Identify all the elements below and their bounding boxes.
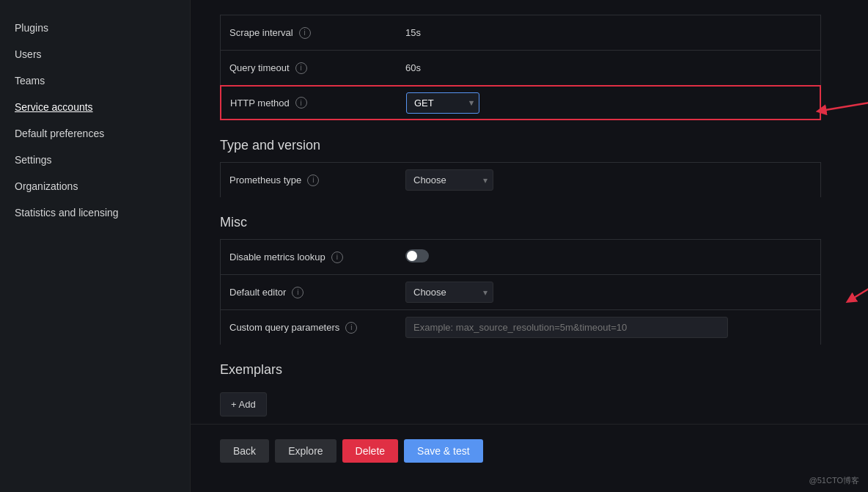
prometheus-type-select-wrapper: Choose — [405, 169, 493, 191]
sidebar-item-default-preferences[interactable]: Default preferences — [0, 120, 190, 147]
http-method-select[interactable]: GET POST — [406, 92, 479, 114]
scrape-interval-value: 15s — [397, 27, 820, 38]
default-editor-info-icon[interactable]: i — [292, 287, 304, 298]
sidebar-item-plugins[interactable]: Plugins — [0, 15, 190, 41]
query-timeout-label: Query timeout i — [221, 62, 397, 74]
red-arrow-http — [814, 92, 868, 122]
default-editor-select[interactable]: Choose — [405, 282, 493, 303]
main-content: Scrape interval i 15s Query timeout i 60… — [191, 0, 868, 492]
http-method-row: HTTP method i GET POST ▾ — [220, 85, 821, 120]
query-timeout-row: Query timeout i 60s — [220, 50, 821, 85]
custom-query-value — [397, 317, 820, 338]
type-version-heading: Type and version — [220, 138, 821, 153]
custom-query-row: Custom query parameters i — [220, 309, 821, 345]
disable-metrics-toggle-wrapper — [397, 249, 820, 265]
svg-line-1 — [821, 96, 868, 111]
sidebar-item-statistics[interactable]: Statistics and licensing — [0, 199, 190, 226]
custom-query-input[interactable] — [405, 317, 728, 338]
add-exemplar-button[interactable]: + Add — [220, 392, 267, 416]
prometheus-type-select[interactable]: Choose — [405, 169, 493, 191]
http-method-select-wrapper: GET POST ▾ — [406, 92, 479, 114]
exemplars-heading: Exemplars — [220, 362, 821, 378]
default-editor-row-wrapper: Default editor i Choose — [220, 274, 821, 309]
custom-query-info-icon[interactable]: i — [345, 322, 357, 334]
sidebar-item-teams[interactable]: Teams — [0, 67, 190, 94]
delete-button[interactable]: Delete — [342, 439, 398, 463]
prometheus-type-row: Prometheus type i Choose — [220, 162, 821, 197]
misc-heading: Misc — [220, 215, 821, 230]
disable-metrics-row: Disable metrics lookup i — [220, 239, 821, 274]
scrape-interval-row: Scrape interval i 15s — [220, 15, 821, 50]
prometheus-type-info-icon[interactable]: i — [307, 175, 319, 186]
action-bar: Back Explore Delete Save & test — [191, 424, 868, 477]
scrape-interval-info-icon[interactable]: i — [299, 27, 311, 39]
query-timeout-info-icon[interactable]: i — [295, 62, 307, 74]
sidebar-item-users[interactable]: Users — [0, 41, 190, 67]
explore-button[interactable]: Explore — [275, 439, 336, 463]
custom-query-label: Custom query parameters i — [221, 322, 397, 334]
http-method-label: HTTP method i — [221, 97, 397, 109]
content-area: Scrape interval i 15s Query timeout i 60… — [191, 0, 850, 431]
svg-line-3 — [850, 238, 868, 300]
back-button[interactable]: Back — [220, 439, 269, 463]
http-method-value: GET POST ▾ — [397, 92, 820, 114]
prometheus-type-value: Choose — [397, 169, 820, 191]
default-editor-value: Choose — [397, 282, 820, 303]
default-editor-label: Default editor i — [221, 287, 397, 298]
disable-metrics-info-icon[interactable]: i — [331, 251, 343, 263]
http-method-row-wrapper: HTTP method i GET POST ▾ — [220, 85, 821, 120]
sidebar: Plugins Users Teams Service accounts Def… — [0, 0, 191, 492]
watermark: @51CTO博客 — [809, 475, 859, 486]
save-test-button[interactable]: Save & test — [404, 439, 483, 463]
scrape-interval-label: Scrape interval i — [221, 27, 397, 39]
disable-metrics-toggle[interactable] — [405, 249, 429, 262]
http-method-info-icon[interactable]: i — [295, 97, 307, 109]
query-timeout-value: 60s — [397, 62, 820, 73]
sidebar-item-service-accounts[interactable]: Service accounts — [0, 94, 190, 120]
disable-metrics-label: Disable metrics lookup i — [221, 251, 397, 263]
sidebar-item-settings[interactable]: Settings — [0, 147, 190, 173]
sidebar-item-organizations[interactable]: Organizations — [0, 173, 190, 199]
prometheus-type-label: Prometheus type i — [221, 175, 397, 186]
default-editor-select-wrapper: Choose — [405, 282, 493, 303]
add-exemplar-wrapper: + Add — [220, 386, 821, 416]
default-editor-row: Default editor i Choose — [220, 274, 821, 309]
